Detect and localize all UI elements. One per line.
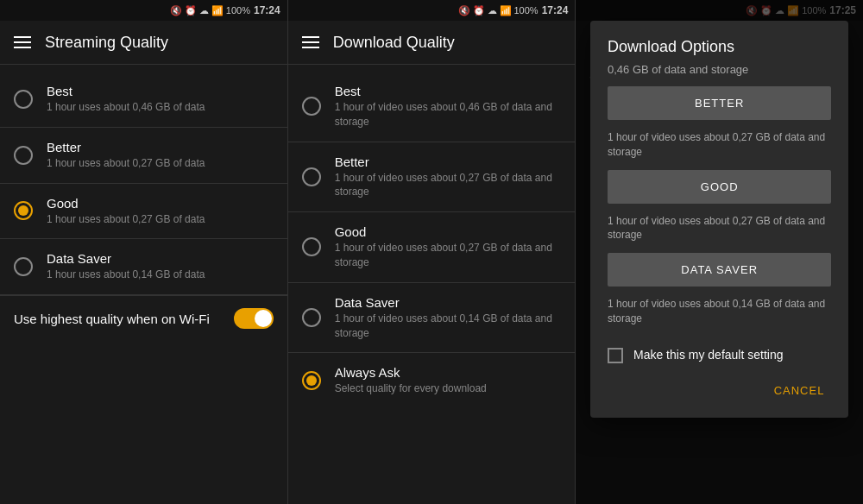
streaming-better-label: Better xyxy=(47,140,205,154)
streaming-datasaver-radio[interactable] xyxy=(14,257,33,276)
dialog-overlay: Download Options 0,46 GB of data and sto… xyxy=(576,0,863,504)
download-datasaver-radio[interactable] xyxy=(302,308,321,327)
mute-icon: 🔇 xyxy=(170,5,182,16)
battery-label-2: 100% xyxy=(514,5,539,16)
download-options-dialog: Download Options 0,46 GB of data and sto… xyxy=(590,21,848,418)
streaming-good-label: Good xyxy=(47,196,205,211)
cancel-button[interactable]: CANCEL xyxy=(767,377,832,404)
streaming-title: Streaming Quality xyxy=(45,34,168,52)
good-download-info: 1 hour of video uses about 0,27 GB of da… xyxy=(590,211,848,254)
download-best-option[interactable]: Best 1 hour of video uses about 0,46 GB … xyxy=(288,72,576,142)
dialog-title: Download Options xyxy=(590,21,848,63)
streaming-good-radio[interactable] xyxy=(14,201,33,220)
default-setting-label: Make this my default setting xyxy=(633,347,784,362)
streaming-datasaver-label: Data Saver xyxy=(47,251,205,266)
streaming-better-desc: 1 hour uses about 0,27 GB of data xyxy=(47,156,205,171)
download-datasaver-desc: 1 hour of video uses about 0,14 GB of da… xyxy=(335,312,562,341)
default-setting-row[interactable]: Make this my default setting xyxy=(590,337,848,370)
status-bar-1: 🔇 ⏰ ☁ 📶 100% 17:24 xyxy=(0,0,287,21)
dialog-actions: CANCEL xyxy=(590,370,848,418)
signal-icon: 📶 xyxy=(211,5,224,16)
alarm-icon-2: ⏰ xyxy=(473,5,485,16)
time-display-1: 17:24 xyxy=(254,4,280,16)
dialog-panel: 🔇 ⏰ ☁ 📶 100% 17:25 T Download Options 0,… xyxy=(576,0,863,504)
download-good-label: Good xyxy=(335,224,562,239)
download-datasaver-label: Data Saver xyxy=(335,295,562,310)
default-setting-checkbox[interactable] xyxy=(608,348,623,363)
datasaver-download-button[interactable]: DATA SAVER xyxy=(608,253,831,287)
download-alwaysask-option[interactable]: Always Ask Select quality for every down… xyxy=(288,353,576,408)
streaming-quality-panel: 🔇 ⏰ ☁ 📶 100% 17:24 Streaming Quality Bes… xyxy=(0,0,288,504)
streaming-best-option[interactable]: Best 1 hour uses about 0,46 GB of data xyxy=(0,72,287,127)
status-bar-2: 🔇 ⏰ ☁ 📶 100% 17:24 xyxy=(288,0,576,21)
download-good-desc: 1 hour of video uses about 0,27 GB of da… xyxy=(335,241,562,270)
status-icons-2: 🔇 ⏰ ☁ 📶 100% xyxy=(458,5,539,16)
streaming-best-desc: 1 hour uses about 0,46 GB of data xyxy=(47,100,205,115)
wifi-quality-switch[interactable] xyxy=(234,308,274,329)
wifi-quality-label: Use highest quality when on Wi-Fi xyxy=(14,312,220,326)
better-download-button[interactable]: BETTER xyxy=(608,86,831,120)
datasaver-download-info: 1 hour of video uses about 0,14 GB of da… xyxy=(590,293,848,337)
download-good-radio[interactable] xyxy=(302,237,321,256)
streaming-better-option[interactable]: Better 1 hour uses about 0,27 GB of data xyxy=(0,128,287,183)
download-datasaver-option[interactable]: Data Saver 1 hour of video uses about 0,… xyxy=(288,283,576,353)
battery-label: 100% xyxy=(226,5,250,16)
download-alwaysask-label: Always Ask xyxy=(335,365,487,380)
download-better-desc: 1 hour of video uses about 0,27 GB of da… xyxy=(335,171,562,200)
streaming-options-list: Best 1 hour uses about 0,46 GB of data B… xyxy=(0,65,287,504)
download-quality-panel: 🔇 ⏰ ☁ 📶 100% 17:24 Download Quality Best… xyxy=(288,0,576,504)
menu-button-1[interactable] xyxy=(14,36,31,48)
download-header: Download Quality xyxy=(288,21,576,64)
wifi-quality-toggle-row[interactable]: Use highest quality when on Wi-Fi xyxy=(0,295,287,341)
download-good-option[interactable]: Good 1 hour of video uses about 0,27 GB … xyxy=(288,212,576,282)
status-icons-1: 🔇 ⏰ ☁ 📶 100% xyxy=(170,5,250,16)
download-better-radio[interactable] xyxy=(302,167,321,186)
streaming-datasaver-desc: 1 hour uses about 0,14 GB of data xyxy=(47,268,205,282)
streaming-better-radio[interactable] xyxy=(14,146,33,165)
download-better-label: Better xyxy=(335,154,562,169)
download-alwaysask-radio[interactable] xyxy=(302,371,321,390)
streaming-good-desc: 1 hour uses about 0,27 GB of data xyxy=(47,212,205,227)
download-best-desc: 1 hour of video uses about 0,46 GB of da… xyxy=(335,100,562,129)
wifi-icon: ☁ xyxy=(199,5,209,16)
download-options-list: Best 1 hour of video uses about 0,46 GB … xyxy=(288,65,576,504)
signal-icon-2: 📶 xyxy=(500,5,512,16)
good-download-button[interactable]: GOOD xyxy=(608,170,831,204)
download-best-label: Best xyxy=(335,84,562,98)
download-title: Download Quality xyxy=(333,34,455,52)
streaming-best-label: Best xyxy=(47,84,205,98)
streaming-best-radio[interactable] xyxy=(14,90,33,109)
better-download-info: 1 hour of video uses about 0,27 GB of da… xyxy=(590,127,848,170)
download-better-option[interactable]: Better 1 hour of video uses about 0,27 G… xyxy=(288,142,576,212)
streaming-datasaver-option[interactable]: Data Saver 1 hour uses about 0,14 GB of … xyxy=(0,239,287,294)
dialog-subtitle: 0,46 GB of data and storage xyxy=(590,63,848,86)
wifi-icon-2: ☁ xyxy=(488,5,497,16)
download-alwaysask-desc: Select quality for every download xyxy=(335,381,487,396)
streaming-good-option[interactable]: Good 1 hour uses about 0,27 GB of data xyxy=(0,184,287,239)
download-best-radio[interactable] xyxy=(302,97,321,116)
streaming-header: Streaming Quality xyxy=(0,21,287,64)
mute-icon-2: 🔇 xyxy=(458,5,470,16)
menu-button-2[interactable] xyxy=(302,36,319,48)
alarm-icon: ⏰ xyxy=(185,5,197,16)
time-display-2: 17:24 xyxy=(542,4,569,16)
